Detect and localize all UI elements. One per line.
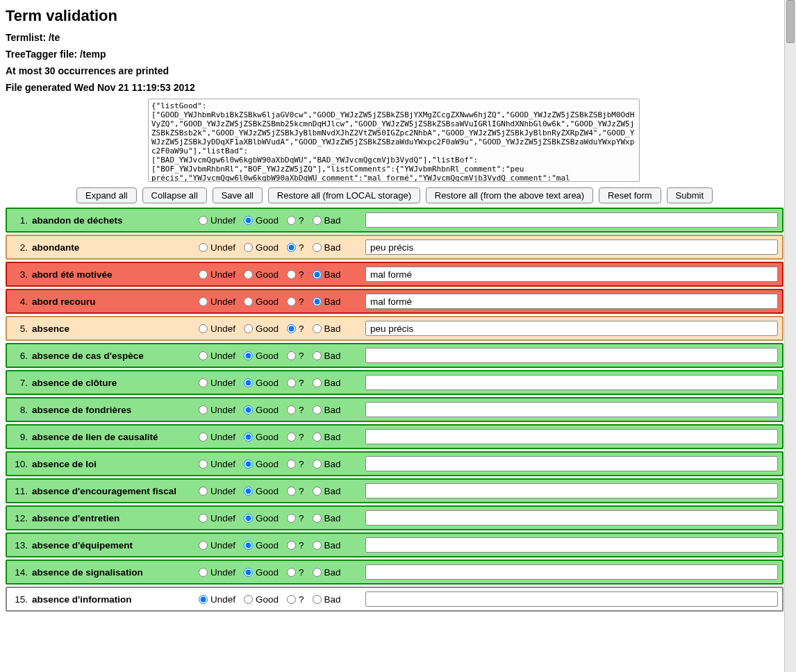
radio-good-input[interactable] xyxy=(244,568,253,577)
radio-good[interactable]: Good xyxy=(244,459,279,469)
radio-good-input[interactable] xyxy=(244,297,253,306)
radio-undef[interactable]: Undef xyxy=(199,486,235,496)
radio-undef[interactable]: Undef xyxy=(199,513,235,523)
radio-bad[interactable]: Bad xyxy=(313,242,341,253)
radio-undef-input[interactable] xyxy=(199,243,208,252)
radio-bof[interactable]: ? xyxy=(287,540,304,551)
radio-bof[interactable]: ? xyxy=(287,296,304,307)
radio-bof[interactable]: ? xyxy=(287,242,304,253)
radio-good[interactable]: Good xyxy=(244,567,279,578)
radio-bad-input[interactable] xyxy=(313,432,322,442)
radio-undef-input[interactable] xyxy=(199,514,208,523)
radio-bad[interactable]: Bad xyxy=(313,567,341,578)
radio-good[interactable]: Good xyxy=(244,269,279,280)
radio-bad[interactable]: Bad xyxy=(313,215,341,226)
radio-bof-input[interactable] xyxy=(287,487,296,496)
radio-undef-input[interactable] xyxy=(199,568,208,577)
radio-bad-input[interactable] xyxy=(313,595,322,604)
radio-bad[interactable]: Bad xyxy=(313,351,341,361)
radio-good-input[interactable] xyxy=(244,378,253,387)
radio-bof[interactable]: ? xyxy=(287,459,304,469)
vertical-scrollbar-thumb[interactable] xyxy=(786,0,795,43)
radio-bad-input[interactable] xyxy=(313,460,322,469)
radio-undef[interactable]: Undef xyxy=(199,324,235,334)
vertical-scrollbar[interactable] xyxy=(784,0,796,672)
radio-bof[interactable]: ? xyxy=(287,594,304,605)
radio-bof-input[interactable] xyxy=(287,432,296,442)
radio-bof[interactable]: ? xyxy=(287,432,304,442)
radio-undef-input[interactable] xyxy=(199,432,208,442)
radio-bad-input[interactable] xyxy=(313,487,322,496)
json-dump-textarea[interactable] xyxy=(148,99,640,182)
restore-textarea-button[interactable]: Restore all (from the above text area) xyxy=(426,187,593,203)
radio-good[interactable]: Good xyxy=(244,594,279,605)
radio-good-input[interactable] xyxy=(244,595,253,604)
radio-bad-input[interactable] xyxy=(313,514,322,523)
radio-bof[interactable]: ? xyxy=(287,567,304,578)
radio-good[interactable]: Good xyxy=(244,513,279,523)
radio-undef-input[interactable] xyxy=(199,378,208,387)
radio-good-input[interactable] xyxy=(244,351,253,360)
comment-input[interactable] xyxy=(365,510,778,526)
radio-good-input[interactable] xyxy=(244,324,253,333)
radio-bad[interactable]: Bad xyxy=(313,296,341,307)
comment-input[interactable] xyxy=(365,267,778,282)
radio-undef-input[interactable] xyxy=(199,324,208,333)
radio-bad-input[interactable] xyxy=(313,270,322,279)
radio-bof-input[interactable] xyxy=(287,243,296,252)
radio-bof-input[interactable] xyxy=(287,324,296,333)
comment-input[interactable] xyxy=(365,375,778,390)
radio-undef[interactable]: Undef xyxy=(199,378,235,388)
radio-good[interactable]: Good xyxy=(244,432,279,442)
radio-undef[interactable]: Undef xyxy=(199,540,235,551)
radio-bad[interactable]: Bad xyxy=(313,513,341,523)
radio-bad-input[interactable] xyxy=(313,541,322,550)
comment-input[interactable] xyxy=(365,429,778,444)
radio-good-input[interactable] xyxy=(244,216,253,225)
radio-bof-input[interactable] xyxy=(287,270,296,279)
radio-bof[interactable]: ? xyxy=(287,351,304,361)
radio-bad[interactable]: Bad xyxy=(313,540,341,551)
radio-good[interactable]: Good xyxy=(244,540,279,551)
radio-bof-input[interactable] xyxy=(287,216,296,225)
radio-good[interactable]: Good xyxy=(244,242,279,253)
radio-bof-input[interactable] xyxy=(287,297,296,306)
radio-undef[interactable]: Undef xyxy=(199,459,235,469)
radio-bad[interactable]: Bad xyxy=(313,459,341,469)
radio-undef-input[interactable] xyxy=(199,541,208,550)
radio-bad-input[interactable] xyxy=(313,351,322,360)
radio-bof-input[interactable] xyxy=(287,568,296,577)
radio-undef[interactable]: Undef xyxy=(199,242,235,253)
comment-input[interactable] xyxy=(365,483,778,498)
comment-input[interactable] xyxy=(365,294,778,309)
radio-undef[interactable]: Undef xyxy=(199,432,235,442)
comment-input[interactable] xyxy=(365,240,778,255)
radio-undef-input[interactable] xyxy=(199,595,208,604)
radio-bad-input[interactable] xyxy=(313,378,322,387)
comment-input[interactable] xyxy=(365,402,778,417)
radio-bof-input[interactable] xyxy=(287,514,296,523)
radio-good-input[interactable] xyxy=(244,243,253,252)
radio-good-input[interactable] xyxy=(244,541,253,550)
radio-undef-input[interactable] xyxy=(199,270,208,279)
radio-bad[interactable]: Bad xyxy=(313,269,341,280)
radio-bad[interactable]: Bad xyxy=(313,378,341,388)
reset-form-button[interactable]: Reset form xyxy=(599,187,661,203)
radio-good[interactable]: Good xyxy=(244,486,279,496)
radio-good[interactable]: Good xyxy=(244,215,279,226)
radio-good-input[interactable] xyxy=(244,432,253,442)
radio-undef[interactable]: Undef xyxy=(199,296,235,307)
radio-bof[interactable]: ? xyxy=(287,486,304,496)
radio-bof-input[interactable] xyxy=(287,460,296,469)
radio-bof[interactable]: ? xyxy=(287,215,304,226)
radio-undef-input[interactable] xyxy=(199,487,208,496)
radio-bad-input[interactable] xyxy=(313,405,322,414)
radio-undef-input[interactable] xyxy=(199,351,208,360)
radio-bad-input[interactable] xyxy=(313,568,322,577)
radio-bof[interactable]: ? xyxy=(287,513,304,523)
submit-button[interactable]: Submit xyxy=(667,187,713,203)
radio-good-input[interactable] xyxy=(244,405,253,414)
radio-undef-input[interactable] xyxy=(199,216,208,225)
radio-undef[interactable]: Undef xyxy=(199,215,235,226)
radio-undef[interactable]: Undef xyxy=(199,594,235,605)
